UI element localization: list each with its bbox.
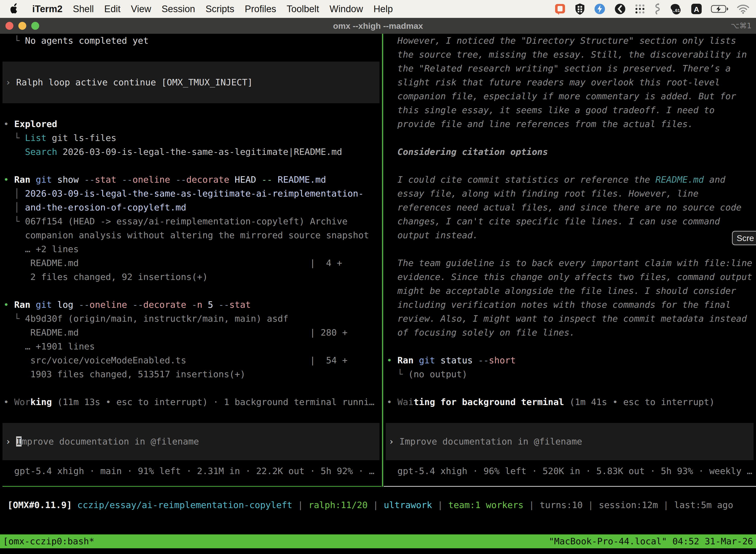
terminal-line [383, 159, 756, 173]
menu-item-window[interactable]: Window [330, 4, 363, 14]
terminal-line: Considering citation options [383, 145, 756, 159]
terminal-line: 1903 files changed, 513517 insertions(+) [0, 367, 382, 381]
terminal-line: • Working (11m 13s • esc to interrupt) ·… [0, 395, 382, 409]
terminal-line: evidence. Since this change only affects… [383, 270, 756, 284]
right-session-status: gpt-5.4 xhigh · 96% left · 520K in · 5.8… [383, 464, 756, 478]
omx-status-line: [OMX#0.11.9] cczip/essay/ai-reimplementa… [4, 498, 756, 512]
menu-item-edit[interactable]: Edit [104, 4, 120, 14]
terminal-line: the source tree, missing the essay. Stil… [383, 48, 756, 62]
right-pane-bottom-border [384, 486, 756, 487]
dark-chevron-icon[interactable] [614, 3, 626, 15]
terminal-line: └ List git ls-files [0, 131, 382, 145]
terminal-line: essay file, along with finding root file… [383, 187, 756, 201]
terminal-line: companion analysis without altering the … [0, 228, 382, 242]
terminal-line: of focusing solely on file lines. [383, 326, 756, 340]
left-pane[interactable]: └ No agents completed yet › Ralph loop a… [0, 34, 382, 478]
screen-tooltip[interactable]: Scre [732, 231, 756, 245]
tmux-session-label: [omx-cczip0:bash* [3, 535, 94, 548]
terminal-line: └ (no output) [383, 367, 756, 381]
terminal-line: • Explored [0, 117, 382, 131]
right-input-box[interactable]: › Improve documentation in @filename [386, 423, 754, 460]
tab-shortcut-hint: ⌥⌘1 [731, 18, 752, 34]
terminal-line: The team guideline is to back every impo… [383, 256, 756, 270]
terminal-line [383, 242, 756, 256]
terminal-line: • Ran git log --oneline --decorate -n 5 … [0, 298, 382, 312]
terminal-line: └ 067f154 (HEAD -> essay/ai-reimplementa… [0, 214, 382, 228]
terminal[interactable]: └ No agents completed yet › Ralph loop a… [0, 34, 756, 554]
orange-capture-icon[interactable] [554, 3, 566, 15]
terminal-line: › Improve documentation in @filename [386, 435, 582, 448]
menu-item-view[interactable]: View [131, 4, 151, 14]
terminal-line: Search 2026-03-09-is-legal-the-same-as-l… [0, 145, 382, 159]
menu-item-shell[interactable]: Shell [73, 4, 94, 14]
terminal-line [0, 381, 382, 395]
terminal-line: the "Related research writing" section i… [383, 62, 756, 75]
terminal-line: including verification notes with those … [383, 298, 756, 312]
menu-status-icons: ..61 A [554, 3, 750, 15]
menu-item-iterm2[interactable]: iTerm2 [32, 4, 63, 14]
terminal-line: However, I noticed the "Directory Struct… [383, 34, 756, 48]
terminal-line: README.md | 4 + [0, 256, 382, 270]
svg-text:A: A [694, 5, 699, 13]
terminal-line: README.md | 280 + [0, 326, 382, 340]
screen: iTerm2ShellEditViewSessionScriptsProfile… [0, 0, 756, 554]
terminal-line: └ 4b9d30f (origin/main, instructkr/main,… [0, 312, 382, 326]
left-session-status: gpt-5.4 xhigh · main · 91% left · 2.31M … [0, 464, 382, 478]
terminal-line: • Waiting for background terminal (1m 41… [383, 395, 756, 409]
terminal-line: … +1901 lines [0, 340, 382, 353]
left-command-box[interactable]: › Ralph loop active continue [OMX_TMUX_I… [2, 62, 379, 103]
terminal-line: gpt-5.4 xhigh · main · 91% left · 2.31M … [0, 464, 382, 478]
terminal-line: › Improve documentation in @filename [2, 435, 199, 448]
svg-text:..61: ..61 [673, 8, 680, 13]
terminal-line: │ 2026-03-09-is-legal-the-same-as-legiti… [0, 187, 382, 201]
apple-menu-icon[interactable] [9, 3, 19, 15]
menu-item-profiles[interactable]: Profiles [245, 4, 276, 14]
left-agent-log: • Explored └ List git ls-files Search 20… [0, 117, 382, 409]
shield-keypad-icon[interactable] [574, 3, 585, 15]
dots-grid-icon[interactable] [634, 3, 645, 14]
left-input-box[interactable]: › Improve documentation in @filename [2, 423, 379, 460]
input-source-a-icon[interactable]: A [691, 3, 702, 15]
terminal-line: src/voice/voiceModeEnabled.ts | 54 + [0, 353, 382, 367]
wifi-icon[interactable] [737, 4, 750, 14]
window-title-bar[interactable]: omx --xhigh --madmax ⌥⌘1 [0, 18, 756, 34]
terminal-line [383, 381, 756, 395]
menu-item-toolbelt[interactable]: Toolbelt [287, 4, 319, 14]
tmux-host-clock: "MacBook-Pro-44.local" 04:52 31-Mar-26 [549, 535, 753, 548]
terminal-line: 2 files changed, 92 insertions(+) [0, 270, 382, 284]
terminal-line: • Ran git show --stat --oneline --decora… [0, 173, 382, 187]
window-title: omx --xhigh --madmax [0, 18, 756, 34]
terminal-line: │ and-the-erosion-of-copyleft.md [0, 201, 382, 214]
terminal-line: • Ran git status --short [383, 353, 756, 367]
terminal-line: slight risk that future readers may over… [383, 75, 756, 89]
menu-bar: iTerm2ShellEditViewSessionScriptsProfile… [0, 0, 756, 18]
menu-item-scripts[interactable]: Scripts [206, 4, 234, 14]
terminal-line: › Ralph loop active continue [OMX_TMUX_I… [2, 75, 253, 89]
left-pane-bottom-border [2, 486, 381, 487]
terminal-line: output instead. [383, 228, 756, 242]
blue-badge-icon[interactable] [594, 3, 606, 15]
terminal-line: I could cite commit statistics or refere… [383, 173, 756, 187]
app-menus: iTerm2ShellEditViewSessionScriptsProfile… [22, 4, 393, 14]
terminal-line [383, 340, 756, 353]
terminal-line [383, 131, 756, 145]
right-pane[interactable]: However, I noticed the "Directory Struct… [383, 34, 756, 478]
tmux-status-bar: [omx-cczip0:bash* "MacBook-Pro-44.local"… [0, 535, 756, 548]
terminal-line: companion file, especially if more comme… [383, 89, 756, 103]
menu-item-session[interactable]: Session [162, 4, 195, 14]
terminal-line [0, 159, 382, 173]
agents-status-block: └ No agents completed yet [0, 34, 382, 48]
menu-item-help[interactable]: Help [374, 4, 393, 14]
terminal-line [0, 284, 382, 298]
squiggle-icon[interactable] [654, 3, 661, 15]
terminal-line: provide file and line references from th… [383, 117, 756, 131]
terminal-line: review. Also, I might want to inspect th… [383, 312, 756, 326]
terminal-line: this single essay, it seems like a good … [383, 103, 756, 117]
terminal-line: └ No agents completed yet [0, 34, 382, 48]
terminal-line: [OMX#0.11.9] cczip/essay/ai-reimplementa… [4, 498, 756, 512]
terminal-line: gpt-5.4 xhigh · 96% left · 520K in · 5.8… [383, 464, 756, 478]
terminal-line: might be acceptable alongside the file l… [383, 284, 756, 298]
badge-61-icon[interactable]: ..61 [669, 3, 682, 15]
terminal-line: references need actual files, and since … [383, 201, 756, 214]
battery-charging-icon[interactable] [711, 4, 728, 13]
